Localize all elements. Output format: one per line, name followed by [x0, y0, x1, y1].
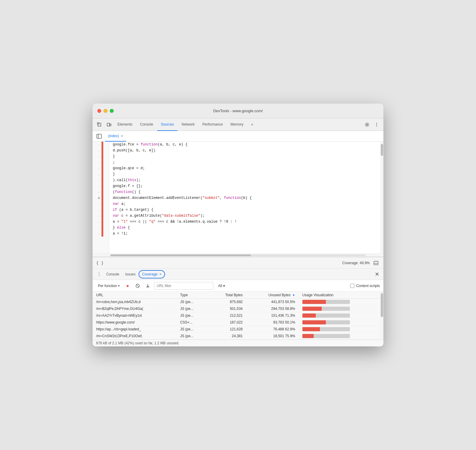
col-header-url[interactable]: URL [93, 292, 177, 299]
table-cell-total-bytes: 187,022 [208, 319, 246, 326]
status-text: 878 kB of 2.1 MB (42%) used so far, 1.2 … [96, 341, 179, 345]
svg-point-7 [376, 126, 377, 126]
status-bar: 878 kB of 2.1 MB (42%) used so far, 1.2 … [93, 340, 383, 346]
subtab-close-icon[interactable]: × [121, 134, 123, 138]
table-header-row: URL Type Total Bytes Unused Bytes ▼ Usag… [93, 292, 383, 299]
code-line: var a; [110, 201, 377, 207]
traffic-lights [97, 109, 114, 113]
svg-rect-2 [107, 123, 110, 126]
usage-bar-container [302, 307, 350, 311]
table-row[interactable]: /m=B2qlPe,DhPYme,GU4Ga(JS (pe...501,5342… [93, 305, 383, 312]
chevron-down-icon: ▾ [118, 284, 120, 287]
code-line: d.push([a, b, c, e]) [110, 148, 377, 153]
download-button[interactable] [144, 282, 152, 290]
maximize-button[interactable] [110, 109, 114, 113]
col-header-usage-viz[interactable]: Usage Visualization [299, 292, 383, 299]
sort-icon: ▼ [292, 294, 295, 297]
table-cell-usage-viz [299, 333, 383, 340]
col-header-unused-bytes[interactable]: Unused Bytes ▼ [246, 292, 299, 299]
minimize-button[interactable] [104, 109, 107, 113]
svg-rect-3 [110, 124, 111, 126]
table-row[interactable]: https://ap.../cb=gapi.loaded_JS (pe...12… [93, 326, 383, 333]
content-scripts-checkbox[interactable] [350, 284, 354, 288]
drawer-tab-issues[interactable]: Issues [122, 269, 139, 280]
svg-rect-1 [98, 123, 101, 126]
table-row[interactable]: /rs=AA2YrTvBynad-nWEy1xlJS (pe...212,521… [93, 312, 383, 319]
table-cell-unused-bytes: 93,763 50.1% [246, 319, 299, 326]
table-cell-unused-bytes: 441,873 50.5% [246, 299, 299, 305]
sidebar-toggle-icon[interactable] [95, 132, 103, 140]
table-cell-type: JS (pe... [177, 312, 208, 319]
table-cell-usage-viz [299, 326, 383, 333]
svg-point-5 [376, 123, 377, 123]
coverage-percent: Coverage: 49.9% [342, 261, 370, 265]
table-cell-url: /m=CnSW2d,DPreE,P10Owf, [93, 333, 177, 340]
table-cell-unused-bytes: 76,488 62.9% [246, 326, 299, 333]
code-line: a = !1; [110, 231, 377, 237]
tab-sources[interactable]: Sources [157, 118, 177, 131]
table-cell-usage-viz [299, 299, 383, 305]
coverage-table-body: /m=cdos,hsm,jsa,mb4ZUb,dJS (pe...875,692… [93, 299, 383, 340]
table-cell-total-bytes: 121,628 [208, 326, 246, 333]
per-function-button[interactable]: Per function ▾ [96, 283, 121, 289]
titlebar: DevTools - www.google.com/ [93, 104, 383, 118]
devtools-body: Elements Console Sources Network Perform… [93, 118, 383, 346]
usage-bar-used [302, 320, 326, 324]
tab-network[interactable]: Network [178, 118, 198, 131]
col-header-total-bytes[interactable]: Total Bytes [208, 292, 246, 299]
usage-bar-used [302, 300, 326, 304]
code-line: var c = a.getAttribute("data-submitfalse… [110, 213, 377, 219]
col-header-type[interactable]: Type [177, 292, 208, 299]
drawer-tab-close-icon[interactable]: × [159, 272, 162, 276]
code-line: ).call(this); [110, 177, 377, 183]
inspect-element-icon[interactable] [95, 120, 104, 129]
table-cell-total-bytes: 501,534 [208, 305, 246, 312]
format-icon[interactable]: { } [96, 261, 104, 265]
customize-icon[interactable] [372, 120, 381, 129]
device-toolbar-icon[interactable] [104, 120, 113, 129]
usage-bar-used [302, 334, 314, 338]
code-line: document.documentElement.addEventListene… [110, 195, 377, 201]
code-line: google.qce = d; [110, 165, 377, 171]
settings-icon[interactable] [363, 120, 372, 129]
table-cell-url: /m=cdos,hsm,jsa,mb4ZUb,d [93, 299, 177, 305]
table-cell-total-bytes: 875,692 [208, 299, 246, 305]
table-row[interactable]: /m=cdos,hsm,jsa,mb4ZUb,dJS (pe...875,692… [93, 299, 383, 305]
table-row[interactable]: https://www.google.com/CSS+...187,02293,… [93, 319, 383, 326]
coverage-header: { } Coverage: 49.9% [93, 257, 383, 269]
svg-point-4 [366, 124, 368, 125]
clear-button[interactable] [134, 282, 142, 290]
svg-line-13 [137, 285, 139, 287]
table-cell-type: JS (pe... [177, 299, 208, 305]
subtab-index[interactable]: (index) × [105, 131, 126, 142]
close-button[interactable] [97, 109, 101, 113]
bottom-panel: { } Coverage: 49.9% ⋮ Console Issues [93, 257, 383, 346]
tab-console[interactable]: Console [137, 118, 157, 131]
code-editor: - - - - [93, 142, 383, 257]
tab-more[interactable]: » [247, 118, 257, 131]
coverage-toolbar: Per function ▾ ● [93, 280, 383, 292]
tab-performance[interactable]: Performance [199, 118, 226, 131]
table-row[interactable]: /m=CnSW2d,DPreE,P10Owf,JS (pe...24,38118… [93, 333, 383, 340]
drawer-menu-icon[interactable]: ⋮ [95, 270, 103, 278]
table-cell-type: JS (pe... [177, 305, 208, 312]
drawer-tab-console[interactable]: Console [103, 269, 122, 280]
usage-bar-container [302, 300, 350, 304]
main-tabs: Elements Console Sources Network Perform… [93, 118, 383, 131]
usage-bar-container [302, 320, 350, 324]
filter-type-select[interactable]: All ▾ [216, 283, 227, 289]
drawer-tabs: ⋮ Console Issues Coverage × ✕ [93, 269, 383, 280]
drawer-close-icon[interactable]: ✕ [373, 270, 381, 278]
open-coverage-full-icon[interactable] [372, 259, 380, 267]
tab-elements[interactable]: Elements [114, 118, 136, 131]
code-line: ; [110, 159, 377, 165]
code-line: if (a = b.target) { [110, 207, 377, 213]
coverage-table-wrapper: URL Type Total Bytes Unused Bytes ▼ Usag… [93, 292, 383, 340]
table-cell-type: CSS+... [177, 319, 208, 326]
drawer-tab-coverage[interactable]: Coverage × [139, 270, 165, 278]
url-filter-input[interactable] [154, 282, 213, 290]
usage-bar-used [302, 313, 316, 318]
record-button[interactable]: ● [124, 282, 131, 290]
devtools-window: DevTools - www.google.com/ Elements Co [93, 104, 383, 346]
tab-memory[interactable]: Memory [227, 118, 247, 131]
